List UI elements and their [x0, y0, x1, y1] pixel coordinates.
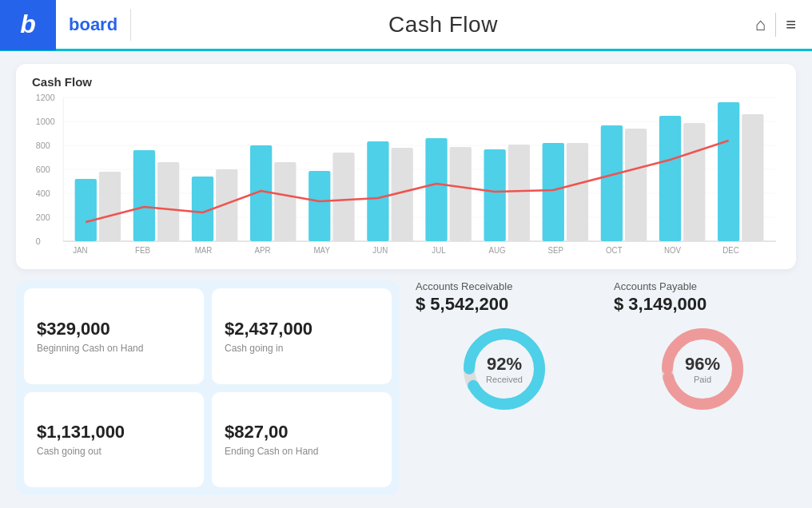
svg-text:SEP: SEP: [547, 246, 563, 255]
svg-rect-20: [216, 169, 237, 241]
header-actions: ⌂ ≡: [755, 13, 812, 37]
ap-donut: 96% Paid: [655, 321, 750, 417]
ending-cash-value: $827,00: [225, 422, 289, 443]
svg-rect-25: [367, 141, 388, 241]
svg-text:200: 200: [36, 212, 50, 222]
beginning-cash-label: Beginning Cash on Hand: [37, 343, 143, 354]
svg-text:JUN: JUN: [372, 246, 388, 255]
ap-pct: 96%: [685, 354, 720, 375]
ap-title: Accounts Payable: [614, 280, 697, 292]
cf-box-beginning: $329,000 Beginning Cash on Hand: [24, 288, 204, 384]
chart-title: Cash Flow: [32, 75, 780, 89]
svg-text:APR: APR: [255, 246, 271, 255]
chart-svg: 0 200 400 600 800 1000 1200: [32, 93, 780, 261]
svg-rect-23: [308, 171, 330, 241]
logo-block: b: [0, 0, 56, 50]
ar-sub: Received: [486, 375, 523, 384]
svg-rect-33: [601, 125, 623, 241]
ar-pct: 92%: [486, 354, 523, 375]
svg-rect-30: [508, 145, 530, 241]
svg-rect-24: [332, 153, 354, 241]
svg-rect-28: [450, 147, 472, 241]
cash-flow-chart-card: Cash Flow 0 200 400 600 800 1000 1200: [16, 64, 796, 269]
svg-rect-17: [133, 150, 155, 241]
page-title: Cash Flow: [131, 12, 755, 38]
cf-box-cash-in: $2,437,000 Cash going in: [212, 288, 392, 384]
svg-text:400: 400: [36, 189, 50, 198]
ending-cash-label: Ending Cash on Hand: [225, 446, 318, 457]
ap-amount: $ 3,149,000: [614, 294, 707, 315]
brand-name: board: [56, 9, 131, 41]
cash-in-value: $2,437,000: [225, 319, 312, 339]
svg-text:OCT: OCT: [606, 246, 623, 255]
svg-text:DEC: DEC: [722, 246, 739, 255]
svg-rect-16: [99, 172, 121, 241]
chart-container: 0 200 400 600 800 1000 1200: [32, 93, 780, 261]
svg-text:FEB: FEB: [135, 246, 150, 255]
svg-text:800: 800: [36, 141, 50, 150]
svg-rect-32: [567, 143, 588, 241]
svg-rect-31: [543, 143, 564, 241]
svg-text:600: 600: [36, 165, 50, 174]
ap-sub: Paid: [685, 375, 720, 384]
svg-text:JUL: JUL: [432, 246, 446, 255]
accounts-payable-card: Accounts Payable $ 3,149,000 96% Paid: [609, 280, 796, 495]
svg-rect-38: [742, 114, 763, 241]
svg-rect-22: [274, 162, 296, 241]
logo-icon: b: [20, 10, 36, 39]
svg-text:1200: 1200: [36, 93, 55, 102]
svg-rect-36: [683, 123, 705, 241]
svg-rect-15: [75, 179, 97, 241]
svg-text:1000: 1000: [36, 117, 55, 126]
menu-icon[interactable]: ≡: [786, 14, 796, 35]
header-divider: [775, 13, 776, 37]
svg-rect-35: [659, 116, 681, 241]
header: b board Cash Flow ⌂ ≡: [0, 0, 812, 51]
svg-text:MAY: MAY: [314, 246, 331, 255]
svg-rect-18: [157, 162, 179, 241]
cash-in-label: Cash going in: [225, 343, 283, 354]
cf-box-ending: $827,00 Ending Cash on Hand: [212, 392, 392, 488]
bottom-section: $329,000 Beginning Cash on Hand $2,437,0…: [16, 280, 796, 495]
main-content: Cash Flow 0 200 400 600 800 1000 1200: [0, 51, 812, 508]
svg-text:NOV: NOV: [664, 246, 682, 255]
home-icon[interactable]: ⌂: [755, 14, 766, 35]
svg-rect-29: [484, 149, 506, 241]
svg-text:0: 0: [36, 236, 41, 246]
accounts-receivable-card: Accounts Receivable $ 5,542,200 92% Rece…: [411, 280, 598, 495]
cash-out-label: Cash going out: [37, 446, 102, 457]
svg-text:MAR: MAR: [195, 246, 213, 255]
cash-out-value: $1,131,000: [37, 422, 125, 443]
ar-title: Accounts Receivable: [416, 280, 512, 292]
ap-donut-center: 96% Paid: [685, 354, 720, 384]
svg-rect-34: [625, 129, 647, 241]
ar-amount: $ 5,542,200: [416, 294, 508, 315]
ar-donut-center: 92% Received: [486, 354, 523, 384]
svg-rect-37: [718, 102, 739, 241]
beginning-cash-value: $329,000: [37, 319, 110, 339]
ar-donut: 92% Received: [456, 321, 552, 417]
svg-text:JAN: JAN: [73, 246, 87, 255]
cf-box-cash-out: $1,131,000 Cash going out: [24, 392, 204, 488]
svg-rect-27: [425, 138, 447, 241]
cashflow-grid: $329,000 Beginning Cash on Hand $2,437,0…: [16, 280, 400, 495]
svg-text:AUG: AUG: [489, 246, 506, 255]
